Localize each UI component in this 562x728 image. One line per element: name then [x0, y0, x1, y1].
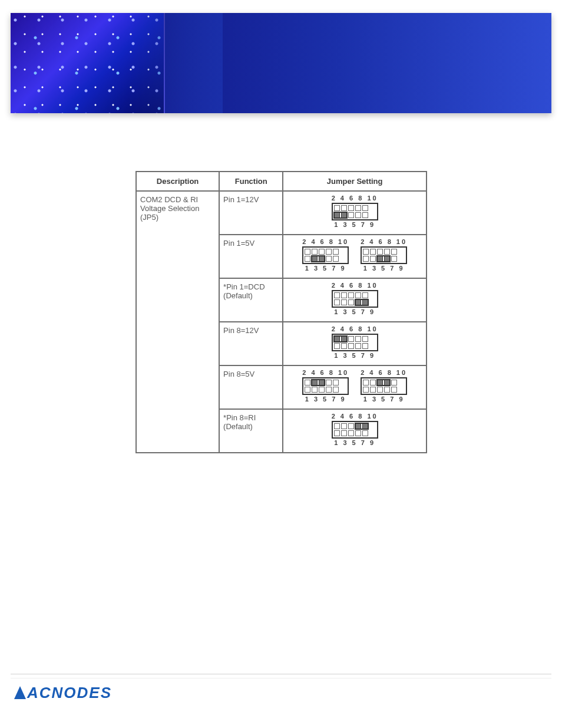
pin-rows — [361, 377, 407, 395]
pin — [341, 205, 347, 211]
pin-row — [305, 256, 346, 262]
pin — [305, 249, 310, 255]
pin-row — [363, 249, 405, 255]
brand-text: ACNODES — [27, 684, 112, 702]
pin — [326, 380, 332, 386]
pin — [362, 430, 368, 436]
pin-rows — [332, 334, 378, 351]
cell-function: Pin 8=5V — [219, 365, 283, 409]
cell-function: *Pin 1=DCD (Default) — [219, 278, 283, 322]
pin — [362, 212, 368, 218]
pin — [348, 299, 354, 305]
pin — [384, 387, 390, 393]
jumper-block-container: 2 4 6 8 101 3 5 7 9 — [287, 195, 422, 228]
cell-jumper-setting: 2 4 6 8 101 3 5 7 9 — [283, 191, 427, 235]
pin — [312, 387, 318, 393]
pin — [334, 299, 340, 305]
pin-rows — [332, 203, 378, 220]
pin — [363, 380, 369, 386]
pin-labels-top: 2 4 6 8 10 — [361, 239, 407, 245]
jumper-settings-table: Description Function Jumper Setting COM2… — [135, 171, 427, 453]
pin — [319, 387, 325, 393]
closed-jumper-pair — [355, 299, 368, 305]
jumper-block: 2 4 6 8 101 3 5 7 9 — [332, 413, 378, 446]
pin — [384, 249, 390, 255]
pin — [348, 430, 354, 436]
pin-row — [305, 249, 346, 255]
pin — [333, 249, 339, 255]
pin — [362, 205, 368, 211]
jumper-block: 2 4 6 8 101 3 5 7 9 — [302, 239, 349, 272]
cell-function: Pin 1=12V — [219, 191, 283, 235]
pin — [355, 336, 361, 342]
pin — [305, 387, 310, 393]
closed-jumper-pair — [334, 212, 347, 218]
pin — [333, 387, 339, 393]
pin-row — [334, 430, 376, 436]
pin-labels-bottom: 1 3 5 7 9 — [332, 222, 378, 228]
pin-rows — [361, 246, 407, 264]
pin — [341, 343, 347, 349]
jumper-block: 2 4 6 8 101 3 5 7 9 — [361, 239, 407, 272]
pin — [334, 423, 340, 429]
pin-row — [334, 212, 376, 218]
pin-row — [334, 205, 376, 211]
pin-rows — [302, 377, 349, 395]
pin — [355, 212, 361, 218]
jumper-block-container: 2 4 6 8 101 3 5 7 9 — [287, 326, 422, 359]
pin-labels-top: 2 4 6 8 10 — [332, 326, 378, 332]
pin-row — [334, 336, 376, 342]
cell-jumper-setting: 2 4 6 8 101 3 5 7 9 — [283, 322, 427, 365]
pin — [377, 380, 383, 386]
pin — [334, 336, 340, 342]
pin-row — [363, 380, 405, 386]
pin — [377, 256, 383, 262]
banner-fade — [128, 13, 223, 113]
pin — [305, 380, 310, 386]
pin — [334, 343, 340, 349]
pin — [341, 212, 347, 218]
th-function: Function — [219, 172, 283, 191]
pin-labels-bottom: 1 3 5 7 9 — [332, 309, 378, 315]
pin — [362, 423, 368, 429]
pin-labels-bottom: 1 3 5 7 9 — [361, 396, 407, 403]
th-description: Description — [136, 172, 219, 191]
pin — [334, 292, 340, 298]
pin — [363, 249, 369, 255]
pin-labels-bottom: 1 3 5 7 9 — [302, 396, 349, 403]
pin — [348, 423, 354, 429]
pin — [355, 343, 361, 349]
pin — [355, 423, 361, 429]
pin — [384, 380, 390, 386]
closed-jumper-pair — [377, 380, 390, 386]
pin — [391, 380, 397, 386]
cell-description: COM2 DCD & RI Voltage Selection (JP5) — [136, 191, 219, 453]
pin — [319, 380, 325, 386]
jumper-block-container: 2 4 6 8 101 3 5 7 92 4 6 8 101 3 5 7 9 — [287, 239, 422, 272]
pin-row — [334, 299, 376, 305]
closed-jumper-pair — [377, 256, 390, 262]
footer-rule — [11, 674, 551, 678]
pin-labels-bottom: 1 3 5 7 9 — [302, 265, 349, 272]
pin-row — [363, 387, 405, 393]
pin — [334, 430, 340, 436]
pin-row — [334, 423, 376, 429]
pin — [355, 205, 361, 211]
pin — [341, 299, 347, 305]
pin — [348, 343, 354, 349]
pin — [391, 256, 397, 262]
pin — [341, 292, 347, 298]
pin-labels-top: 2 4 6 8 10 — [361, 370, 407, 376]
table-row: COM2 DCD & RI Voltage Selection (JP5)Pin… — [136, 191, 427, 235]
pin — [341, 336, 347, 342]
pin — [370, 380, 376, 386]
pin — [370, 249, 376, 255]
cell-jumper-setting: 2 4 6 8 101 3 5 7 92 4 6 8 101 3 5 7 9 — [283, 365, 427, 409]
pin — [312, 249, 318, 255]
pin — [362, 343, 368, 349]
jumper-block: 2 4 6 8 101 3 5 7 9 — [332, 326, 378, 359]
pin-labels-top: 2 4 6 8 10 — [302, 239, 349, 245]
pin — [333, 380, 339, 386]
pin — [348, 292, 354, 298]
pin-labels-bottom: 1 3 5 7 9 — [361, 265, 407, 272]
